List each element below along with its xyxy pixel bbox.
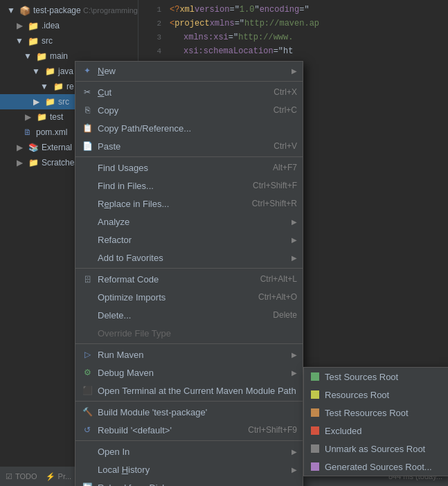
- menu-item-local-history[interactable]: Local History ▶: [75, 460, 303, 478]
- optimize-shortcut: Ctrl+Alt+O: [258, 292, 297, 302]
- unmark-icon: [310, 443, 321, 454]
- rebuild-shortcut: Ctrl+Shift+F9: [248, 425, 297, 435]
- arrow-closed-icon: ▶: [14, 20, 25, 31]
- menu-label-replace-in-files: Replace in Files...: [98, 199, 247, 209]
- code-line-1: 1 <?xml version="1.0" encoding=": [144, 3, 442, 17]
- menu-arrow-favorites: ▶: [292, 254, 297, 262]
- submenu-item-unmark[interactable]: Unmark as Sources Root: [304, 440, 448, 458]
- tree-label-main: main: [50, 51, 68, 61]
- menu-arrow-local-history: ▶: [292, 466, 297, 474]
- separator-6: [75, 440, 303, 441]
- arrow-closed5-icon: ▶: [14, 157, 25, 168]
- menu-item-rebuild[interactable]: ↺ Rebuild '<default>' Ctrl+Shift+F9: [75, 421, 303, 439]
- menu-item-paste[interactable]: 📄 Paste Ctrl+V: [75, 137, 303, 155]
- test-resources-icon: [310, 407, 321, 418]
- submenu-item-resources-root[interactable]: Resources Root: [304, 386, 448, 404]
- copy-icon: ⎘: [81, 104, 93, 116]
- menu-label-optimize: Optimize Imports: [98, 292, 253, 303]
- menu-item-add-to-favorites[interactable]: Add to Favorites ▶: [75, 249, 303, 267]
- menu-item-reformat[interactable]: ⌹ Reformat Code Ctrl+Alt+L: [75, 270, 303, 288]
- tree-label-src2: src: [58, 97, 69, 107]
- menu-item-optimize-imports[interactable]: Optimize Imports Ctrl+Alt+O: [75, 288, 303, 306]
- menu-arrow-run-maven: ▶: [292, 351, 297, 359]
- pom-file-icon: 🗎: [22, 127, 33, 138]
- arrow-icon: ▼: [6, 5, 17, 16]
- menu-item-new[interactable]: ✦ New ▶: [75, 62, 303, 80]
- tree-label-java: java: [58, 66, 73, 76]
- menu-item-reload-disk[interactable]: 🔄 Reload from Disk: [75, 478, 303, 486]
- menu-item-delete[interactable]: Delete... Delete: [75, 306, 303, 324]
- menu-arrow-new: ▶: [292, 67, 297, 75]
- menu-item-replace-in-files[interactable]: Replace in Files... Ctrl+Shift+R: [75, 195, 303, 213]
- tree-item-src[interactable]: ▼ 📁 src: [0, 33, 138, 48]
- find-in-files-icon: [81, 179, 93, 192]
- find-usages-icon: [81, 161, 93, 174]
- code-line-3: 3 xmlns:xsi="http://www.: [144, 30, 442, 44]
- menu-item-open-terminal[interactable]: ⬛ Open Terminal at the Current Maven Mod…: [75, 381, 303, 399]
- submenu-label-excluded: Excluded: [325, 426, 361, 436]
- menu-label-open-terminal: Open Terminal at the Current Maven Modul…: [98, 386, 297, 396]
- code-line-2: 2 <project xmlns="http://maven.ap: [144, 17, 442, 30]
- line-num-4: 4: [144, 44, 161, 58]
- tree-item-idea[interactable]: ▶ 📁 .idea: [0, 18, 138, 33]
- submenu-item-test-resources-root[interactable]: Test Resources Root: [304, 404, 448, 422]
- submenu-item-generated-sources[interactable]: Generated Sources Root...: [304, 458, 448, 476]
- menu-label-new: New: [98, 66, 289, 76]
- menu-item-find-usages[interactable]: Find Usages Alt+F7: [75, 159, 303, 177]
- menu-label-run-maven: Run Maven: [98, 350, 289, 360]
- status-tab-todo[interactable]: ☑ TODO: [6, 472, 37, 481]
- refactor-icon: [81, 233, 93, 246]
- menu-arrow-open-in: ▶: [292, 448, 297, 456]
- menu-label-analyze: Analyze: [98, 217, 289, 227]
- submenu-label-resources: Resources Root: [325, 390, 389, 400]
- menu-item-run-maven[interactable]: ▷ Run Maven ▶: [75, 345, 303, 363]
- project-icon: 📦: [19, 5, 30, 16]
- test-folder-icon: 📁: [36, 111, 47, 123]
- menu-item-copy[interactable]: ⎘ Copy Ctrl+C: [75, 101, 303, 119]
- tree-label-pom: pom.xml: [36, 127, 67, 137]
- menu-item-refactor[interactable]: Refactor ▶: [75, 231, 303, 249]
- submenu-item-test-sources-root[interactable]: Test Sources Root: [304, 368, 448, 386]
- menu-label-reformat: Reformat Code: [98, 274, 255, 285]
- arrow-closed4-icon: ▶: [14, 142, 25, 153]
- tree-label-test: test: [50, 112, 63, 122]
- tree-item-test-package[interactable]: ▼ 📦 test-package C:\programming\item3\sr…: [0, 3, 138, 18]
- pr-icon: ⚡: [46, 472, 55, 481]
- java-folder-icon: 📁: [44, 66, 55, 77]
- optimize-icon: [81, 291, 93, 303]
- menu-label-debug-maven: Debug Maven: [98, 368, 289, 378]
- analyze-icon: [81, 215, 93, 228]
- menu-label-build-module: Build Module 'test-package': [98, 407, 297, 417]
- arrow-open-icon: ▼: [14, 35, 25, 46]
- arrow-open2-icon: ▼: [22, 51, 33, 62]
- separator-2: [75, 156, 303, 157]
- submenu-item-excluded[interactable]: Excluded: [304, 422, 448, 440]
- status-tab-pr[interactable]: ⚡ Pr...: [46, 472, 72, 481]
- menu-item-build-module[interactable]: 🔨 Build Module 'test-package': [75, 403, 303, 421]
- excluded-icon: [310, 425, 321, 436]
- submenu-label-test-sources: Test Sources Root: [325, 372, 398, 382]
- menu-item-open-in[interactable]: Open In ▶: [75, 442, 303, 460]
- src2-folder-icon: 📁: [44, 96, 55, 107]
- menu-item-find-in-files[interactable]: Find in Files... Ctrl+Shift+F: [75, 177, 303, 195]
- menu-item-copy-path[interactable]: 📋 Copy Path/Reference...: [75, 119, 303, 137]
- separator-5: [75, 401, 303, 402]
- submenu-label-test-resources: Test Resources Root: [325, 408, 409, 418]
- src-folder-icon: 📁: [28, 35, 39, 46]
- generated-sources-icon: [310, 461, 321, 472]
- menu-label-find-usages: Find Usages: [98, 163, 267, 173]
- todo-icon: ☑: [6, 472, 12, 481]
- rebuild-icon: ↺: [81, 424, 93, 436]
- menu-item-cut[interactable]: ✂ Cut Ctrl+X: [75, 83, 303, 101]
- find-usages-shortcut: Alt+F7: [273, 163, 297, 172]
- reload-icon: 🔄: [81, 481, 93, 486]
- lib-icon: 📚: [28, 142, 39, 153]
- add-to-favorites-icon: [81, 251, 93, 264]
- menu-item-debug-maven[interactable]: ⚙ Debug Maven ▶: [75, 363, 303, 381]
- menu-label-paste: Paste: [98, 141, 268, 152]
- code-line-4: 4 xsi:schemaLocation="ht: [144, 44, 442, 58]
- submenu-mark-directory: Test Sources Root Resources Root Test Re…: [303, 367, 448, 476]
- replace-in-files-icon: [81, 197, 93, 210]
- menu-item-analyze[interactable]: Analyze ▶: [75, 213, 303, 231]
- arrow-closed2-icon: ▶: [30, 96, 42, 107]
